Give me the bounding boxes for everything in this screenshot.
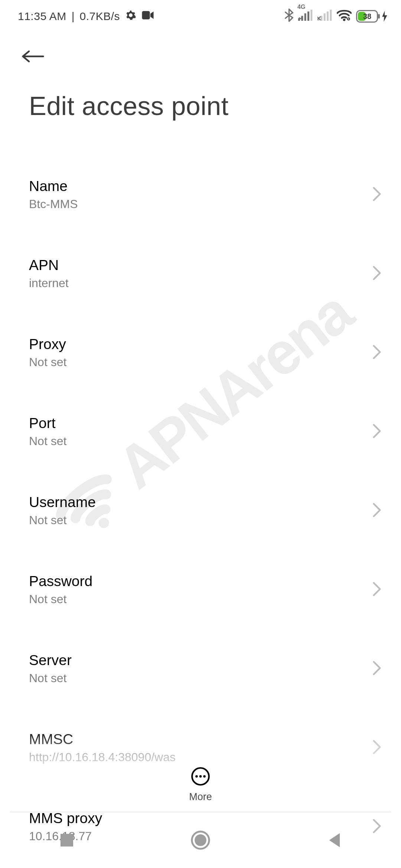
row-server[interactable]: Server Not set [0,640,401,698]
row-apn[interactable]: APN internet [0,244,401,303]
nav-home-button[interactable] [167,831,234,850]
svg-point-19 [195,775,198,778]
row-label: MMSC [29,731,371,747]
status-net-rate: 0.7KB/s [80,10,120,23]
row-label: APN [29,257,371,273]
svg-rect-9 [324,13,326,21]
chevron-right-icon [372,187,382,203]
svg-rect-11 [330,10,332,21]
svg-rect-4 [304,13,306,21]
signal-4g-icon: 4G [298,10,313,23]
svg-point-24 [195,834,206,846]
row-label: Name [29,178,371,194]
row-label: Port [29,415,371,431]
battery-icon: 38 [356,10,388,23]
row-value: Not set [29,671,371,685]
svg-rect-5 [307,11,309,21]
chevron-right-icon [372,424,382,440]
row-value: http://10.16.18.4:38090/was [29,750,371,764]
row-value: Btc-MMS [29,197,371,211]
svg-rect-17 [378,14,380,19]
chevron-right-icon [372,740,382,756]
svg-rect-10 [327,11,329,21]
svg-text:38: 38 [363,12,371,20]
row-label: Proxy [29,336,371,352]
svg-rect-6 [310,10,312,21]
android-nav-bar [0,812,401,868]
row-value: internet [29,276,371,290]
signal-nosim-icon [317,10,332,23]
wifi-icon [337,9,352,24]
row-name[interactable]: Name Btc-MMS [0,165,401,224]
svg-rect-8 [320,16,322,20]
row-value: Not set [29,513,371,527]
svg-rect-22 [61,834,73,846]
row-label: Username [29,494,371,510]
svg-point-21 [203,775,206,778]
row-proxy[interactable]: Proxy Not set [0,323,401,382]
settings-list: Name Btc-MMS APN internet Proxy Not set … [0,165,401,856]
svg-point-12 [343,19,346,21]
chevron-right-icon [372,345,382,361]
status-bar: 11:35 AM | 0.7KB/s 4G [0,0,401,33]
row-password[interactable]: Password Not set [0,560,401,619]
chevron-right-icon [372,582,382,598]
bluetooth-icon [284,9,294,24]
chevron-right-icon [372,661,382,677]
gear-icon [125,10,136,23]
page-title: Edit access point [0,65,401,121]
more-button[interactable] [191,767,210,788]
nav-back-button[interactable] [301,832,368,848]
row-value: Not set [29,592,371,606]
svg-rect-3 [301,16,303,20]
status-separator: | [72,10,75,23]
more-label: More [189,791,212,803]
row-username[interactable]: Username Not set [0,481,401,540]
status-time: 11:35 AM [18,10,66,23]
row-label: Server [29,652,371,668]
row-port[interactable]: Port Not set [0,402,401,461]
row-label: Password [29,573,371,589]
svg-point-20 [199,775,202,778]
row-value: Not set [29,434,371,448]
row-value: Not set [29,355,371,369]
svg-rect-1 [142,11,150,20]
back-button[interactable] [21,59,45,65]
chevron-right-icon [372,266,382,282]
nav-recent-button[interactable] [33,833,100,847]
chevron-right-icon [372,503,382,519]
camera-icon [141,10,154,23]
